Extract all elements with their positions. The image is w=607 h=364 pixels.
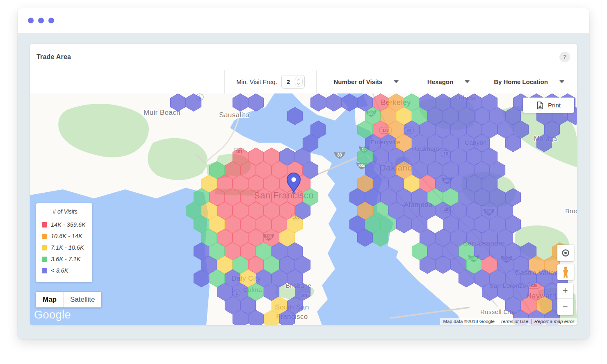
- satellite-button[interactable]: Satellite: [63, 292, 101, 307]
- stepper-buttons[interactable]: [295, 77, 303, 87]
- chevron-down-icon: [394, 80, 399, 83]
- legend-label: 10.6K - 14K: [51, 233, 82, 239]
- legend-item: 10.6K - 14K: [42, 230, 88, 242]
- legend-item: 7.1K - 10.6K: [42, 242, 88, 253]
- content-panel: Trade Area ? Min. Visit Freq. 2 Number o: [18, 33, 589, 339]
- print-button[interactable]: Print: [523, 98, 574, 113]
- my-location-icon: [561, 248, 570, 257]
- map-data-credit: Map data ©2018 Google: [440, 319, 497, 324]
- location-mode-dropdown[interactable]: By Home Location: [481, 70, 577, 93]
- legend-label: 14K - 359.6K: [51, 221, 86, 228]
- shape-dropdown[interactable]: Hexagon: [416, 70, 481, 93]
- pegman-button[interactable]: [557, 264, 574, 280]
- svg-text:Sausalito: Sausalito: [219, 111, 249, 119]
- zoom-control: + −: [557, 283, 573, 315]
- legend-swatch: [42, 245, 47, 250]
- legend-items: 14K - 359.6K10.6K - 14K7.1K - 10.6K3.6K …: [42, 219, 88, 276]
- legend-swatch: [42, 222, 47, 228]
- my-location-button[interactable]: [557, 245, 574, 261]
- legend-swatch: [42, 268, 47, 273]
- print-icon: [536, 101, 544, 109]
- terms-of-use-link[interactable]: Terms of Use: [497, 319, 531, 324]
- min-visit-freq-section: Min. Visit Freq. 2: [224, 70, 316, 93]
- metric-dropdown[interactable]: Number of Visits: [316, 70, 416, 93]
- app-window: Trade Area ? Min. Visit Freq. 2 Number o: [18, 8, 589, 339]
- svg-text:80: 80: [337, 153, 342, 157]
- min-visit-freq-label: Min. Visit Freq.: [236, 78, 277, 85]
- stepper-down-icon[interactable]: [297, 81, 300, 84]
- location-mode-dropdown-label: By Home Location: [494, 78, 548, 85]
- legend-item: 3.6K - 7.1K: [42, 253, 88, 265]
- shape-dropdown-label: Hexagon: [427, 78, 453, 85]
- map-svg[interactable]: 1101580123248080138805801855801012808805…: [30, 93, 577, 325]
- window-dot[interactable]: [28, 18, 34, 23]
- print-label: Print: [548, 102, 561, 109]
- trade-area-card: Trade Area ? Min. Visit Freq. 2 Number o: [30, 44, 577, 325]
- map-type-control: Map Satellite: [36, 292, 101, 307]
- min-visit-freq-stepper[interactable]: 2: [281, 75, 305, 89]
- map-button[interactable]: Map: [36, 292, 63, 307]
- legend: # of Visits 14K - 359.6K10.6K - 14K7.1K …: [36, 203, 92, 282]
- window-titlebar: [18, 8, 589, 33]
- legend-label: 7.1K - 10.6K: [51, 244, 84, 251]
- min-visit-freq-value: 2: [282, 78, 295, 85]
- map-canvas[interactable]: 1101580123248080138805801855801012808805…: [30, 93, 577, 325]
- window-dot[interactable]: [38, 18, 44, 23]
- legend-swatch: [42, 257, 47, 262]
- zoom-out-button[interactable]: −: [557, 299, 573, 315]
- legend-item: < 3.6K: [42, 265, 88, 276]
- map-attribution: Map data ©2018 Google Terms of Use Repor…: [440, 318, 577, 325]
- google-logo[interactable]: Google: [34, 309, 71, 321]
- legend-swatch: [42, 234, 47, 239]
- toolbar: Min. Visit Freq. 2 Number of Visits Hexa…: [30, 70, 577, 93]
- legend-item: 14K - 359.6K: [42, 219, 88, 230]
- page-title: Trade Area: [37, 53, 71, 61]
- legend-label: 3.6K - 7.1K: [51, 256, 81, 262]
- chevron-down-icon: [465, 80, 470, 83]
- report-map-error-link[interactable]: Report a map error: [532, 319, 577, 324]
- help-button[interactable]: ?: [559, 52, 570, 62]
- chevron-down-icon: [559, 80, 564, 83]
- card-header: Trade Area ?: [30, 44, 577, 70]
- pegman-icon: [562, 266, 569, 278]
- legend-title: # of Visits: [42, 208, 88, 215]
- legend-label: < 3.6K: [51, 267, 68, 274]
- svg-text:Muir Beach: Muir Beach: [144, 109, 180, 116]
- metric-dropdown-label: Number of Visits: [334, 78, 383, 85]
- zoom-in-button[interactable]: +: [557, 283, 573, 299]
- window-dot[interactable]: [48, 18, 54, 23]
- svg-text:Broo: Broo: [565, 207, 577, 214]
